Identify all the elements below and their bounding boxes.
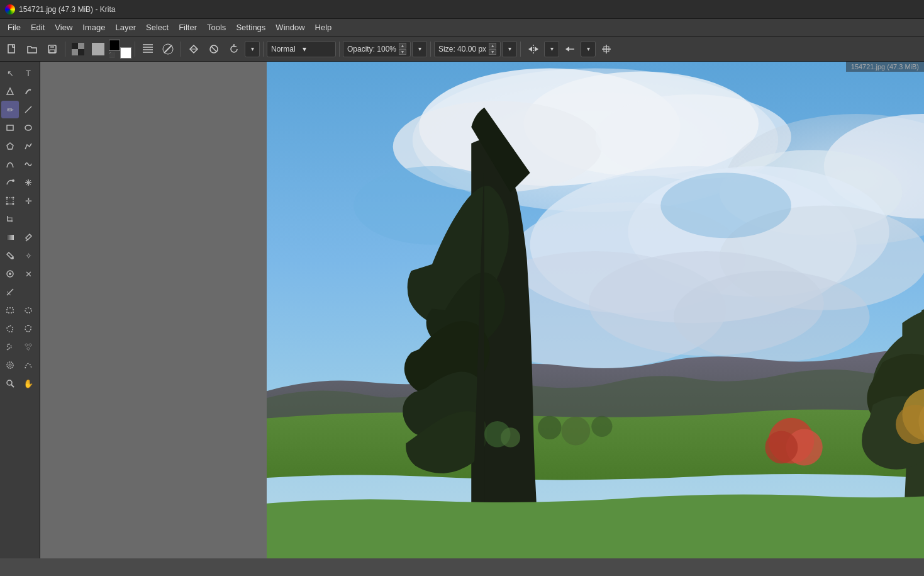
toolbox: ↖ T ✏ — [0, 62, 40, 558]
mirror-h-btn[interactable] — [524, 40, 543, 59]
canvas-document[interactable]: 154721.jpg (47.3 MiB) — [267, 62, 924, 558]
menu-settings[interactable]: Settings — [231, 20, 270, 35]
opacity-up-btn[interactable]: ▲ — [399, 43, 406, 48]
rectangle-tool-btn[interactable] — [1, 119, 19, 137]
svg-marker-20 — [528, 47, 532, 52]
polyline-tool-btn[interactable] — [19, 137, 37, 155]
freehand-brush-btn[interactable]: ✏ — [1, 101, 19, 118]
erase-btn[interactable] — [184, 40, 203, 59]
enclose-fill-btn[interactable] — [1, 265, 19, 283]
brush-options-dropdown[interactable]: ▾ — [245, 41, 260, 57]
separator-3 — [181, 42, 181, 57]
crop-tool-btn[interactable] — [1, 210, 19, 228]
ellipse-select-btn[interactable] — [19, 302, 37, 319]
wrap-btn[interactable] — [560, 40, 579, 59]
wrap-dropdown[interactable]: ▾ — [581, 41, 596, 57]
tool-row-9 — [1, 210, 38, 228]
canvas-position-btn[interactable] — [597, 40, 616, 59]
blend-mode-dropdown[interactable]: Normal ▾ — [267, 41, 336, 57]
svg-point-55 — [27, 347, 30, 350]
polygon-select-btn[interactable] — [1, 320, 19, 337]
pattern-btn[interactable] — [69, 40, 87, 59]
separator-1 — [65, 42, 65, 57]
menu-filter[interactable]: Filter — [174, 20, 202, 35]
shape-tool-btn[interactable] — [1, 82, 19, 100]
tool-row-7 — [1, 174, 38, 191]
contiguous-select-btn[interactable] — [1, 338, 19, 356]
color-reset-icon[interactable]: ⬛ — [109, 52, 115, 59]
svg-rect-8 — [92, 43, 104, 55]
menu-image[interactable]: Image — [77, 20, 110, 35]
size-down-btn[interactable]: ▼ — [489, 49, 496, 55]
blend-mode-value: Normal — [271, 45, 300, 54]
new-button[interactable] — [3, 40, 21, 59]
svg-rect-49 — [7, 308, 13, 313]
menu-select[interactable]: Select — [141, 20, 174, 35]
svg-point-40 — [13, 203, 14, 205]
title-bar: 154721.jpg (47.3 MiB) - Krita — [0, 0, 924, 19]
freehand-select-btn[interactable] — [19, 320, 37, 337]
fill-tool-btn[interactable] — [1, 247, 19, 264]
color-fg-swatch[interactable] — [109, 40, 120, 51]
color-fg-bg[interactable]: ⬛ — [109, 40, 131, 59]
canvas-area: 154721.jpg (47.3 MiB) — [40, 62, 924, 558]
svg-point-39 — [6, 203, 8, 205]
bezier-select-btn[interactable] — [19, 356, 37, 374]
menu-window[interactable]: Window — [270, 20, 309, 35]
menu-layer[interactable]: Layer — [110, 20, 141, 35]
open-button[interactable] — [23, 40, 42, 59]
menu-tools[interactable]: Tools — [202, 20, 231, 35]
measure-tool-btn[interactable] — [1, 283, 19, 301]
multibrush-btn[interactable] — [19, 174, 37, 191]
opacity-dropdown[interactable]: ▾ — [412, 41, 427, 57]
reload-brush-btn[interactable] — [225, 40, 243, 59]
brush-preset-icon-btn[interactable] — [159, 40, 177, 59]
menu-help[interactable]: Help — [310, 20, 337, 35]
svg-rect-0 — [8, 45, 14, 53]
preserve-alpha-btn[interactable] — [204, 40, 223, 59]
mirror-dropdown[interactable]: ▾ — [544, 41, 559, 57]
separator-4 — [263, 42, 264, 57]
color-bg-swatch[interactable] — [120, 47, 131, 59]
size-spinners: ▲ ▼ — [489, 43, 496, 55]
freehand-path-btn[interactable] — [19, 155, 37, 173]
magnetic-select-btn[interactable] — [1, 356, 19, 374]
svg-rect-28 — [7, 125, 13, 130]
title-bar-text: 154721.jpg (47.3 MiB) - Krita — [19, 5, 115, 14]
smart-patch-btn[interactable]: ✧ — [19, 247, 37, 264]
tool-row-10 — [1, 229, 38, 246]
bezier-tool-btn[interactable] — [1, 155, 19, 173]
pan-tool-btn[interactable]: ✋ — [19, 375, 37, 392]
svg-point-43 — [11, 257, 14, 259]
ellipse-tool-btn[interactable] — [19, 119, 37, 137]
menu-edit[interactable]: Edit — [26, 20, 50, 35]
svg-point-45 — [9, 273, 11, 275]
tool-row-8: ✛ — [1, 192, 38, 210]
select-tool-btn[interactable]: ↖ — [1, 64, 19, 82]
menu-file[interactable]: File — [3, 20, 26, 35]
menu-view[interactable]: View — [50, 20, 77, 35]
svg-point-83 — [765, 431, 798, 464]
svg-line-52 — [7, 349, 9, 350]
tool-row-5 — [1, 137, 38, 155]
brush-presets-btn[interactable] — [138, 40, 157, 59]
move-tool-btn[interactable]: ✛ — [19, 192, 37, 210]
zoom-tool-btn[interactable] — [1, 375, 19, 392]
size-dropdown[interactable]: ▾ — [502, 41, 517, 57]
text-tool-btn[interactable]: T — [19, 64, 37, 82]
rect-select-btn[interactable] — [1, 302, 19, 319]
save-button[interactable] — [43, 40, 62, 59]
eyedropper-tool-btn[interactable] — [19, 229, 37, 246]
gray-swatch-btn[interactable] — [89, 40, 108, 59]
dynamic-brush-btn[interactable] — [1, 174, 19, 191]
transform-tool-btn[interactable] — [1, 192, 19, 210]
line-tool-btn[interactable] — [19, 101, 37, 118]
polygon-tool-btn[interactable] — [1, 137, 19, 155]
separator-2 — [135, 42, 135, 57]
similar-select-btn[interactable] — [19, 338, 37, 356]
gradient-tool-btn[interactable] — [1, 229, 19, 246]
calligraphy-tool-btn[interactable] — [19, 82, 37, 100]
size-up-btn[interactable]: ▲ — [489, 43, 496, 48]
assistants-btn[interactable]: ✕ — [19, 265, 37, 283]
opacity-down-btn[interactable]: ▼ — [399, 49, 406, 55]
